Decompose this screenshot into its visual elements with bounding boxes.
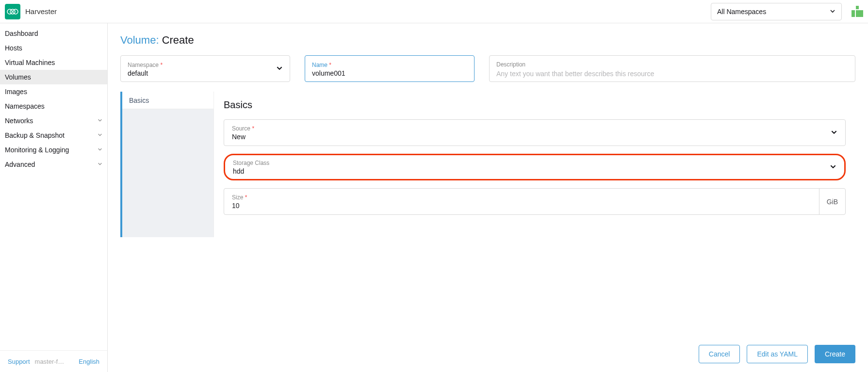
app-header: Harvester All Namespaces xyxy=(0,0,868,23)
nav: DashboardHostsVirtual MachinesVolumesIma… xyxy=(0,23,107,350)
app-logo[interactable] xyxy=(5,4,20,19)
version-text: master-f… xyxy=(35,358,74,365)
description-placeholder: Any text you want that better describes … xyxy=(496,70,848,78)
sidebar-item-label: Namespaces xyxy=(5,102,45,110)
user-menu[interactable] xyxy=(852,6,863,17)
page-title: Volume: Create xyxy=(120,34,855,47)
sidebar-item-label: Networks xyxy=(5,117,33,125)
sidebar-item-volumes[interactable]: Volumes xyxy=(0,70,107,84)
sidebar-item-monitoring-logging[interactable]: Monitoring & Logging xyxy=(0,143,107,157)
panel-body: Basics Source * New Storage Class hdd xyxy=(213,92,855,237)
main-content: Volume: Create Namespace * default Name … xyxy=(108,23,868,372)
source-field[interactable]: Source * New xyxy=(224,119,846,146)
side-tabs: Basics xyxy=(120,92,213,237)
basics-title: Basics xyxy=(224,99,846,111)
create-button[interactable]: Create xyxy=(815,345,855,363)
chevron-down-icon xyxy=(831,129,837,137)
description-label: Description xyxy=(496,61,848,68)
sidebar-item-dashboard[interactable]: Dashboard xyxy=(0,26,107,41)
user-icon xyxy=(852,6,863,17)
footer-actions: Cancel Edit as YAML Create xyxy=(699,345,855,363)
sidebar-item-namespaces[interactable]: Namespaces xyxy=(0,99,107,113)
sidebar-item-images[interactable]: Images xyxy=(0,84,107,99)
sidebar-item-label: Virtual Machines xyxy=(5,59,55,66)
sidebar-footer: Support master-f… English xyxy=(0,350,107,372)
sidebar-item-label: Backup & Snapshot xyxy=(5,131,65,139)
chevron-down-icon xyxy=(98,146,102,153)
namespace-selector[interactable]: All Namespaces xyxy=(711,3,842,20)
svg-rect-5 xyxy=(856,10,863,17)
tab-basics[interactable]: Basics xyxy=(122,92,213,109)
chevron-down-icon xyxy=(830,163,836,171)
namespace-field[interactable]: Namespace * default xyxy=(120,55,290,82)
chevron-down-icon xyxy=(98,132,102,139)
tab-panel: Basics Basics Source * New Storage Class… xyxy=(120,92,855,237)
description-field[interactable]: Description Any text you want that bette… xyxy=(489,55,855,82)
cancel-button[interactable]: Cancel xyxy=(699,345,740,363)
sidebar-item-label: Volumes xyxy=(5,73,31,81)
name-label: Name * xyxy=(312,62,467,68)
size-value: 10 xyxy=(232,202,811,210)
sidebar-item-backup-snapshot[interactable]: Backup & Snapshot xyxy=(0,128,107,143)
storage-class-field[interactable]: Storage Class hdd xyxy=(224,154,846,180)
namespace-value: default xyxy=(128,69,283,77)
sidebar-item-label: Hosts xyxy=(5,44,22,52)
language-selector[interactable]: English xyxy=(79,358,99,365)
resource-type: Volume: xyxy=(120,34,159,46)
sidebar-item-advanced[interactable]: Advanced xyxy=(0,157,107,172)
sidebar-item-label: Images xyxy=(5,88,27,96)
chevron-down-icon xyxy=(98,161,102,168)
chevron-down-icon xyxy=(276,65,283,73)
svg-rect-4 xyxy=(852,10,855,17)
sidebar-item-virtual-machines[interactable]: Virtual Machines xyxy=(0,55,107,70)
size-field[interactable]: Size * 10 GiB xyxy=(224,188,846,215)
sidebar-item-label: Monitoring & Logging xyxy=(5,146,69,154)
svg-rect-3 xyxy=(856,6,859,9)
support-link[interactable]: Support xyxy=(8,358,30,365)
sidebar-item-hosts[interactable]: Hosts xyxy=(0,41,107,55)
size-unit: GiB xyxy=(819,189,845,214)
harvester-icon xyxy=(6,7,19,16)
sidebar-item-label: Dashboard xyxy=(5,30,38,37)
header-right: All Namespaces xyxy=(711,3,863,20)
storage-class-value: hdd xyxy=(233,167,836,175)
sidebar-item-label: Advanced xyxy=(5,161,35,168)
top-fields: Namespace * default Name * volume001 Des… xyxy=(120,55,855,82)
svg-point-2 xyxy=(13,9,18,14)
name-field[interactable]: Name * volume001 xyxy=(305,55,475,82)
namespace-selector-value: All Namespaces xyxy=(717,8,766,16)
namespace-label: Namespace * xyxy=(128,62,283,68)
source-value: New xyxy=(232,133,837,141)
name-value: volume001 xyxy=(312,69,467,77)
app-name: Harvester xyxy=(25,7,57,16)
sidebar-item-networks[interactable]: Networks xyxy=(0,113,107,128)
chevron-down-icon xyxy=(830,8,835,16)
source-label: Source * xyxy=(232,125,837,132)
edit-yaml-button[interactable]: Edit as YAML xyxy=(747,345,808,363)
storage-class-label: Storage Class xyxy=(233,160,836,166)
size-label: Size * xyxy=(232,194,811,201)
sidebar: DashboardHostsVirtual MachinesVolumesIma… xyxy=(0,23,108,372)
page-action: Create xyxy=(162,34,194,46)
chevron-down-icon xyxy=(98,117,102,124)
header-left: Harvester xyxy=(5,4,57,19)
